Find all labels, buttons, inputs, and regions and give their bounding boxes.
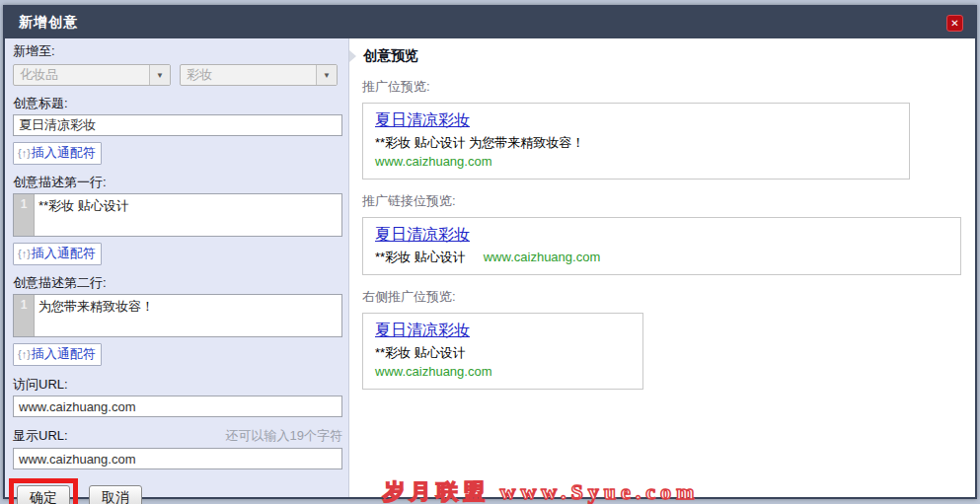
creative-title-label: 创意标题: — [13, 95, 341, 111]
campaign-select[interactable]: 化妆品 ▼ — [13, 64, 171, 86]
wildcard-icon: {↑} — [18, 147, 31, 159]
campaign-select-value: 化妆品 — [14, 66, 149, 84]
desc-line2-textarea[interactable]: 为您带来精致妆容！ — [35, 295, 341, 336]
desc-line1-label: 创意描述第一行: — [13, 174, 341, 190]
right-side-preview-box: 夏日清凉彩妆 **彩妆 贴心设计 www.caizhuang.com — [362, 313, 643, 390]
line-number-gutter: 1 — [14, 194, 35, 236]
promo-slot-preview-label: 推广位预览: — [362, 78, 975, 96]
preview-header-title: 创意预览 — [363, 47, 418, 65]
ad-description: **彩妆 贴心设计 — [375, 344, 631, 361]
visit-url-label: 访问URL: — [13, 376, 341, 393]
close-icon: ✕ — [950, 18, 958, 29]
chars-remaining-hint: 还可以输入19个字符 — [226, 427, 342, 445]
creative-preview-panel: 创意预览 推广位预览: 夏日清凉彩妆 **彩妆 贴心设计 为您带来精致妆容！ w… — [349, 38, 975, 497]
new-creative-dialog: 新增创意 ✕ 新增至: 化妆品 ▼ 彩妆 ▼ 创意标题: {↑} — [3, 5, 977, 499]
visit-url-input[interactable] — [13, 396, 342, 417]
desc-line2-label: 创意描述第二行: — [13, 274, 341, 291]
add-to-label: 新增至: — [13, 42, 341, 59]
desc-line2-editor: 1 为您带来精致妆容！ — [13, 294, 342, 337]
line-number-gutter: 1 — [14, 295, 35, 336]
adgroup-select-value: 彩妆 — [181, 66, 316, 84]
insert-wildcard-label: 插入通配符 — [32, 144, 96, 162]
ad-display-url: www.caizhuang.com — [375, 153, 897, 170]
adgroup-select[interactable]: 彩妆 ▼ — [180, 64, 338, 86]
insert-wildcard-button-desc1[interactable]: {↑} 插入通配符 — [13, 243, 102, 265]
creative-title-input[interactable] — [13, 114, 342, 136]
insert-wildcard-label: 插入通配符 — [32, 345, 96, 363]
promo-link-preview-box: 夏日清凉彩妆 **彩妆 贴心设计 www.caizhuang.com — [362, 217, 961, 275]
promo-link-preview-label: 推广链接位预览: — [362, 192, 975, 210]
wildcard-icon: {↑} — [18, 248, 31, 259]
promo-slot-preview-box: 夏日清凉彩妆 **彩妆 贴心设计 为您带来精致妆容！ www.caizhuang… — [362, 103, 910, 180]
target-selects-row: 化妆品 ▼ 彩妆 ▼ — [13, 64, 341, 86]
dialog-title: 新增创意 — [19, 14, 78, 32]
right-side-preview-label: 右侧推广位预览: — [362, 288, 975, 306]
line-number: 1 — [21, 298, 28, 312]
desc-line1-textarea[interactable]: **彩妆 贴心设计 — [35, 194, 341, 236]
ad-display-url: www.caizhuang.com — [484, 249, 601, 265]
display-url-label-row: 显示URL: 还可以输入19个字符 — [13, 427, 342, 445]
dialog-titlebar: 新增创意 ✕ — [5, 7, 975, 38]
insert-wildcard-button-desc2[interactable]: {↑} 插入通配符 — [13, 343, 102, 366]
ad-title-link[interactable]: 夏日清凉彩妆 — [375, 110, 470, 131]
ad-title-link[interactable]: 夏日清凉彩妆 — [375, 321, 470, 341]
chevron-down-icon: ▼ — [149, 65, 170, 85]
ok-button-highlight-annotation: 确定 — [9, 478, 78, 504]
arrow-right-icon — [349, 50, 356, 62]
wildcard-icon: {↑} — [18, 348, 31, 360]
ad-title-link[interactable]: 夏日清凉彩妆 — [375, 225, 470, 246]
ad-desc-url-line: **彩妆 贴心设计 www.caizhuang.com — [375, 249, 948, 265]
display-url-input[interactable] — [13, 448, 342, 469]
display-url-label: 显示URL: — [13, 427, 68, 444]
desc-line1-editor: 1 **彩妆 贴心设计 — [13, 193, 342, 237]
chevron-down-icon: ▼ — [316, 65, 337, 85]
ok-button[interactable]: 确定 — [17, 485, 70, 504]
insert-wildcard-button-title[interactable]: {↑} 插入通配符 — [13, 142, 102, 165]
preview-header-row: 创意预览 — [362, 47, 975, 65]
insert-wildcard-label: 插入通配符 — [32, 245, 96, 262]
cancel-button[interactable]: 取消 — [89, 485, 142, 504]
line-number: 1 — [21, 197, 28, 211]
creative-form-panel: 新增至: 化妆品 ▼ 彩妆 ▼ 创意标题: {↑} 插入通配符 创意描述第一行: — [5, 38, 349, 497]
dialog-content: 新增至: 化妆品 ▼ 彩妆 ▼ 创意标题: {↑} 插入通配符 创意描述第一行: — [5, 38, 975, 497]
ad-display-url: www.caizhuang.com — [375, 363, 631, 380]
ad-description: **彩妆 贴心设计 为您带来精致妆容！ — [375, 134, 897, 151]
ad-description: **彩妆 贴心设计 — [375, 249, 466, 265]
close-button[interactable]: ✕ — [946, 15, 963, 32]
dialog-actions: 确定 取消 — [13, 478, 341, 504]
